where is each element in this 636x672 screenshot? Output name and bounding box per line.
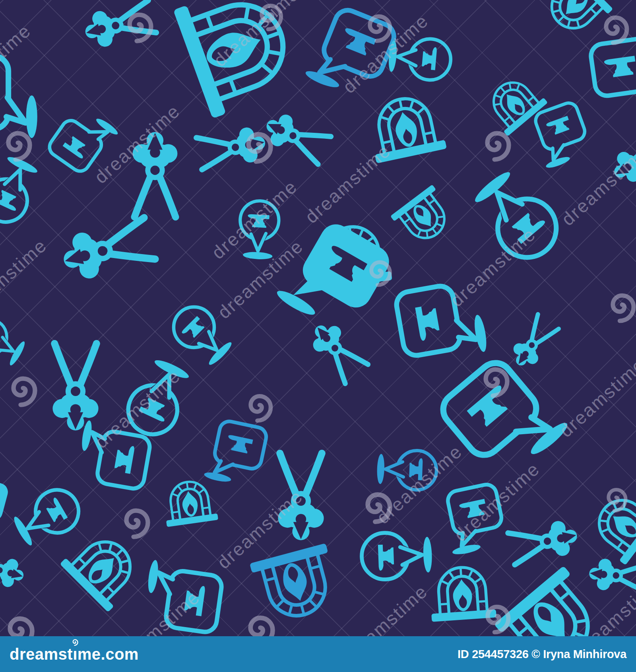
image-credit: ID 254457326 © Iryna Minhirova [458,648,626,661]
bubble-icon [204,418,268,489]
watermark-spiral-icon [606,17,627,43]
icons-layer [0,0,636,672]
pincers-icon [58,216,156,284]
pin-icon [9,482,86,552]
watermark-spiral-icon [14,379,35,405]
logo-text-pre: dreamst [10,645,73,663]
oven-icon [585,484,636,565]
oven-icon [390,185,458,250]
logo-spiral-icon [71,639,79,646]
watermark-spiral-icon [130,15,151,41]
icon-pattern-canvas: dreamstimedreamstimedreamstimedreamstime… [0,0,636,672]
watermark-text: dreamstime [91,365,184,453]
pincers-icon [0,549,27,590]
watermark-bar: dreamstıme.com ID 254457326 © Iryna Minh… [0,636,636,672]
pincers-icon [81,0,157,50]
pincers-icon [260,109,332,165]
pincers-icon [196,124,268,171]
stock-image-preview: dreamstimedreamstimedreamstimedreamstime… [0,0,636,672]
watermark-text: dreamstime [450,458,544,546]
pin-icon [361,531,432,580]
watermark-text: dreamstime [0,235,51,322]
logo-letter-i: ı [73,645,78,663]
pincers-icon [52,344,98,430]
oven-icon [161,478,219,527]
bubble-icon [0,56,37,138]
pin-icon [0,313,29,371]
watermark-spiral-icon [487,133,509,159]
logo-text-post: me.com [78,645,139,663]
bubble-noptr-icon [589,37,636,97]
watermark-text: dreamstime [446,223,540,311]
pincers-icon [507,314,560,373]
watermark-spiral-icon [613,295,634,321]
oven-icon [250,543,342,625]
watermark-spiral-icon [126,511,148,537]
watermark-text: dreamstime [557,142,636,230]
pincers-icon [588,557,636,594]
oven-icon [537,0,613,43]
watermark-spiral-icon [8,133,30,159]
pin-icon [0,152,43,229]
pincers-icon [304,317,369,385]
watermark-spiral-icon [251,396,271,421]
watermark-text: dreamstime [555,354,636,441]
bubble-solid-icon [0,473,10,539]
pincers-icon [508,518,580,566]
watermark-text: dreamstime [90,100,184,188]
watermark-text: dreamstime [301,140,395,227]
dreamstime-logo: dreamstıme.com [10,645,139,663]
